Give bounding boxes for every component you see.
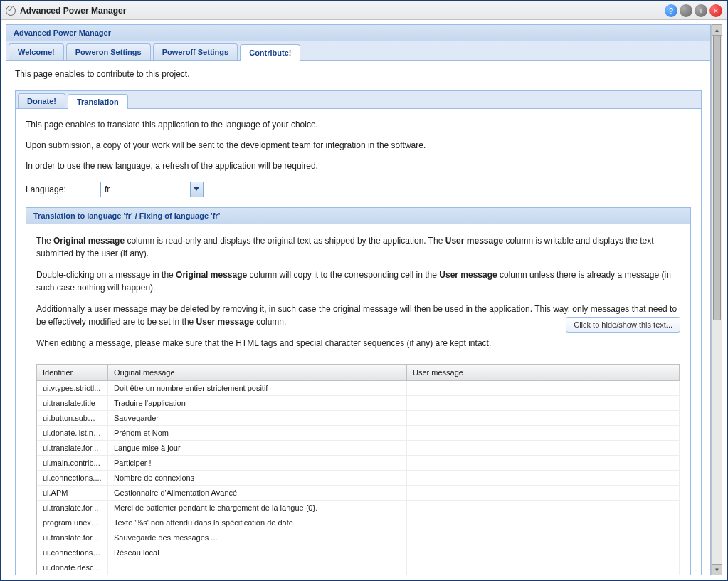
table-row[interactable]: ui.APMGestionnaire d'Alimentation Avancé xyxy=(37,486,680,501)
chevron-down-icon xyxy=(194,187,199,191)
cell-id: ui.translate.title xyxy=(37,396,108,410)
cell-user[interactable] xyxy=(407,486,680,500)
translation-content: This page enables to translate this appl… xyxy=(16,109,701,575)
translation-desc-2: Upon submission, a copy of your work wil… xyxy=(26,140,691,152)
window-title: Advanced Power Manager xyxy=(20,6,665,16)
cell-id: ui.translate.for... xyxy=(37,441,108,455)
table-row[interactable]: ui.translate.for...Sauvegarde des messag… xyxy=(37,530,680,545)
cell-user[interactable] xyxy=(407,530,680,545)
cell-orig[interactable]: Participer ! xyxy=(108,456,407,470)
cell-orig[interactable]: Prénom et Nom xyxy=(108,426,407,440)
col-header-orig[interactable]: Original message xyxy=(108,365,407,380)
col-header-id[interactable]: Identifier xyxy=(37,365,108,380)
cell-id: ui.main.contrib... xyxy=(37,456,108,470)
table-row[interactable]: ui.donate.descr... xyxy=(37,560,680,575)
scroll-down-button[interactable]: ▼ xyxy=(712,564,722,575)
cell-user[interactable] xyxy=(407,471,680,485)
app-icon xyxy=(6,6,16,16)
cell-id: ui.button.submi... xyxy=(37,411,108,425)
cell-user[interactable] xyxy=(407,381,680,395)
cell-orig[interactable]: Texte '%s' non attendu dans la spécifica… xyxy=(108,515,407,530)
table-row[interactable]: ui.connections.l...Réseau local xyxy=(37,545,680,560)
vertical-scrollbar[interactable]: ▲ ▼ xyxy=(711,24,722,575)
cell-user[interactable] xyxy=(407,411,680,425)
table-row[interactable]: program.unexp...Texte '%s' non attendu d… xyxy=(37,515,680,530)
table-row[interactable]: ui.connections....Nombre de connexions xyxy=(37,471,680,486)
cell-user[interactable] xyxy=(407,441,680,455)
cell-id: program.unexp... xyxy=(37,515,108,530)
table-row[interactable]: ui.translate.for...Merci de patienter pe… xyxy=(37,501,680,515)
subtab-translation[interactable]: Translation xyxy=(68,94,128,109)
tab-poweroff[interactable]: Poweroff Settings xyxy=(153,43,238,60)
cell-orig[interactable]: Sauvegarde des messages ... xyxy=(108,530,407,545)
cell-orig[interactable]: Réseau local xyxy=(108,545,407,560)
table-row[interactable]: ui.translate.titleTraduire l'application xyxy=(37,396,680,411)
help-text-4: When editing a message, please make sure… xyxy=(36,337,680,350)
toggle-help-button[interactable]: Click to hide/show this text... xyxy=(566,317,680,333)
help-button[interactable]: ? xyxy=(665,4,677,17)
translation-section-body: The Original message column is read-only… xyxy=(26,224,691,575)
cell-user[interactable] xyxy=(407,456,680,470)
scroll-up-button[interactable]: ▲ xyxy=(712,24,722,36)
cell-user[interactable] xyxy=(407,545,680,560)
help-text-2: Double-clicking on a message in the Orig… xyxy=(36,268,680,294)
cell-orig[interactable]: Gestionnaire d'Alimentation Avancé xyxy=(108,486,407,500)
cell-id: ui.connections.l... xyxy=(37,545,108,560)
cell-id: ui.donate.descr... xyxy=(37,560,108,575)
cell-orig[interactable] xyxy=(108,560,407,575)
subtab-donate[interactable]: Donate! xyxy=(18,93,65,108)
cell-orig[interactable]: Langue mise à jour xyxy=(108,441,407,455)
scroll-thumb[interactable] xyxy=(713,36,721,320)
tab-content: This page enables to contribute to this … xyxy=(6,61,710,575)
cell-id: ui.APM xyxy=(37,486,108,500)
cell-orig[interactable]: Nombre de connexions xyxy=(108,471,407,485)
language-label: Language: xyxy=(26,184,100,194)
cell-id: ui.donate.list.na... xyxy=(37,426,108,440)
cell-user[interactable] xyxy=(407,515,680,530)
tab-welcome[interactable]: Welcome! xyxy=(9,43,64,60)
main-panel: Advanced Power Manager Welcome! Poweron … xyxy=(6,24,711,575)
language-value: fr xyxy=(105,184,110,194)
col-header-user[interactable]: User message xyxy=(407,365,680,380)
main-tabs: Welcome! Poweron Settings Poweroff Setti… xyxy=(6,41,710,61)
minimize-button[interactable]: − xyxy=(680,4,692,17)
table-row[interactable]: ui.button.submi...Sauvegarder xyxy=(37,411,680,426)
cell-orig[interactable]: Doit être un nombre entier strictement p… xyxy=(108,381,407,395)
cell-id: ui.translate.for... xyxy=(37,530,108,545)
help-text-1: The Original message column is read-only… xyxy=(36,234,680,260)
cell-orig[interactable]: Traduire l'application xyxy=(108,396,407,410)
tab-poweron[interactable]: Poweron Settings xyxy=(66,43,151,60)
cell-id: ui.vtypes.strictl... xyxy=(37,381,108,395)
cell-id: ui.connections.... xyxy=(37,471,108,485)
maximize-button[interactable]: + xyxy=(695,4,707,17)
table-row[interactable]: ui.vtypes.strictl...Doit être un nombre … xyxy=(37,381,680,396)
cell-orig[interactable]: Merci de patienter pendant le chargement… xyxy=(108,501,407,515)
translation-section-header: Translation to language 'fr' / Fixing of… xyxy=(26,207,691,224)
translation-desc-1: This page enables to translate this appl… xyxy=(26,119,691,131)
window-controls: ? − + × xyxy=(665,4,722,17)
language-row: Language: fr xyxy=(26,182,691,197)
cell-user[interactable] xyxy=(407,426,680,440)
content-area: Advanced Power Manager Welcome! Poweron … xyxy=(1,20,727,580)
sub-tab-strip: Donate! Translation xyxy=(16,91,701,109)
language-select[interactable]: fr xyxy=(100,182,204,197)
cell-user[interactable] xyxy=(407,560,680,575)
titlebar: Advanced Power Manager ? − + × xyxy=(1,1,727,20)
translation-grid: Identifier Original message User message… xyxy=(36,364,680,575)
tab-contribute[interactable]: Contribute! xyxy=(240,44,300,61)
close-button[interactable]: × xyxy=(709,4,722,17)
intro-text: This page enables to contribute to this … xyxy=(15,69,702,79)
cell-orig[interactable]: Sauvegarder xyxy=(108,411,407,425)
scroll-track[interactable] xyxy=(712,36,722,564)
cell-id: ui.translate.for... xyxy=(37,501,108,515)
cell-user[interactable] xyxy=(407,501,680,515)
table-row[interactable]: ui.translate.for...Langue mise à jour xyxy=(37,441,680,456)
grid-body: ui.vtypes.strictl...Doit être un nombre … xyxy=(37,381,680,575)
panel-title: Advanced Power Manager xyxy=(6,25,710,41)
table-row[interactable]: ui.donate.list.na...Prénom et Nom xyxy=(37,426,680,441)
table-row[interactable]: ui.main.contrib...Participer ! xyxy=(37,456,680,471)
grid-header: Identifier Original message User message xyxy=(37,365,680,381)
sub-tabs-container: Donate! Translation This page enables to… xyxy=(15,90,702,575)
cell-user[interactable] xyxy=(407,396,680,410)
translation-desc-3: In order to use the new language, a refr… xyxy=(26,160,691,172)
